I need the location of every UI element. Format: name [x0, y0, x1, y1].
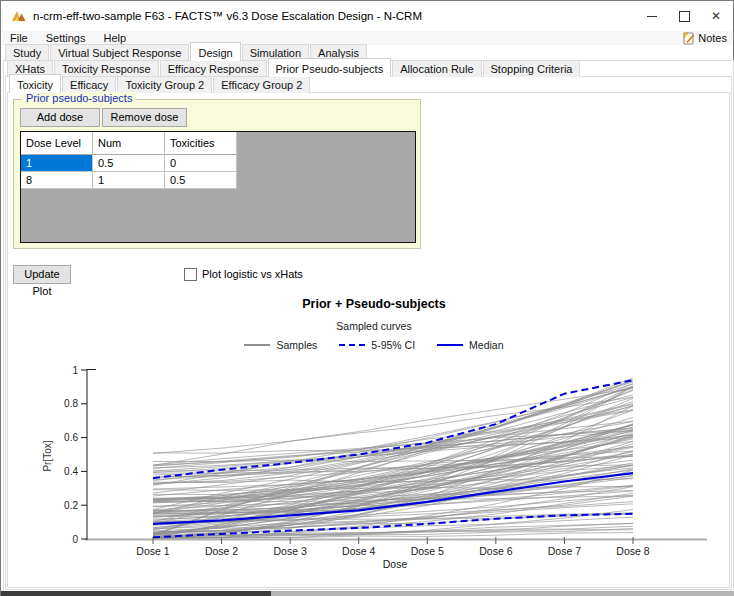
legend-label: 5-95% CI	[371, 339, 415, 351]
tab-study[interactable]: Study	[5, 44, 49, 61]
svg-text:0.2: 0.2	[64, 500, 78, 511]
menu-settings[interactable]: Settings	[37, 31, 95, 45]
menu-file[interactable]: File	[1, 31, 37, 45]
window-bottom-edge	[1, 591, 734, 596]
close-button[interactable]: ✕	[700, 2, 732, 30]
notes-label: Notes	[698, 32, 727, 44]
maximize-icon	[679, 11, 690, 22]
app-window: n-crm-eff-two-sample F63 - FACTS™ v6.3 D…	[0, 0, 734, 596]
tab-toxicity[interactable]: Toxicity	[9, 74, 61, 93]
tab-strip-design: XHatsToxicity ResponseEfficacy ResponseP…	[7, 60, 581, 77]
legend-item-samples: Samples	[244, 339, 317, 351]
menu-help[interactable]: Help	[94, 31, 135, 45]
plot-logistic-checkbox[interactable]	[184, 268, 197, 281]
legend-item-median: Median	[437, 339, 503, 351]
svg-text:0.8: 0.8	[64, 398, 78, 409]
plot-logistic-label: Plot logistic vs xHats	[202, 267, 303, 281]
prior-pseudo-subjects-plot: 00.20.40.60.81Pr[Tox]Dose 1Dose 2Dose 3D…	[1, 356, 734, 571]
svg-text:Dose 4: Dose 4	[342, 545, 375, 557]
notes-button[interactable]: Notes	[682, 31, 727, 45]
prior-pseudo-subjects-group: Prior pseudo-subjects Add dose Remove do…	[13, 99, 421, 249]
group-box-label: Prior pseudo-subjects	[22, 92, 136, 104]
legend-swatch	[339, 344, 365, 346]
minimize-button[interactable]	[636, 2, 668, 30]
tab-efficacy-response[interactable]: Efficacy Response	[160, 60, 267, 77]
update-plot-button[interactable]: Update Plot	[13, 265, 71, 284]
column-header-dose-level[interactable]: Dose Level	[21, 132, 93, 155]
svg-text:0.4: 0.4	[64, 466, 78, 477]
remove-dose-button[interactable]: Remove dose	[102, 108, 187, 127]
chart-title: Prior + Pseudo-subjects	[13, 297, 734, 311]
table-cell[interactable]: 0	[165, 155, 237, 172]
tab-prior-pseudo-subjects[interactable]: Prior Pseudo-subjects	[268, 58, 392, 77]
title-bar[interactable]: n-crm-eff-two-sample F63 - FACTS™ v6.3 D…	[1, 1, 733, 31]
svg-text:Pr[Tox]: Pr[Tox]	[42, 440, 53, 471]
tab-efficacy-group-2[interactable]: Efficacy Group 2	[213, 76, 310, 93]
chart-legend: Samples5-95% CIMedian	[13, 339, 734, 351]
legend-item-5-95-ci: 5-95% CI	[339, 339, 415, 351]
bottom-edge-light-segment	[271, 591, 734, 596]
table-cell[interactable]: 0.5	[165, 172, 237, 189]
table-cell[interactable]: 8	[21, 172, 93, 189]
column-header-toxicities[interactable]: Toxicities	[165, 132, 237, 155]
svg-text:Dose 5: Dose 5	[411, 545, 444, 557]
tab-allocation-rule[interactable]: Allocation Rule	[392, 60, 481, 77]
add-dose-button[interactable]: Add dose	[20, 108, 100, 127]
window-title: n-crm-eff-two-sample F63 - FACTS™ v6.3 D…	[33, 10, 422, 22]
app-icon	[11, 8, 27, 24]
legend-swatch	[437, 344, 463, 346]
svg-text:Dose 8: Dose 8	[616, 545, 649, 557]
table-row: 10.50	[21, 155, 415, 172]
maximize-button[interactable]	[668, 2, 700, 30]
svg-text:Dose 6: Dose 6	[479, 545, 512, 557]
table-cell[interactable]: 1	[93, 172, 165, 189]
svg-text:Dose: Dose	[383, 558, 408, 570]
legend-label: Samples	[276, 339, 317, 351]
svg-text:1: 1	[72, 365, 78, 376]
svg-text:0.6: 0.6	[64, 432, 78, 443]
svg-text:Dose 3: Dose 3	[273, 545, 306, 557]
tab-toxicity-response[interactable]: Toxicity Response	[54, 60, 159, 77]
column-header-num-subjects[interactable]: Num Subjects	[93, 132, 165, 155]
table-cell[interactable]: 0.5	[93, 155, 165, 172]
pseudo-subjects-table[interactable]: Dose LevelNum SubjectsToxicities10.50810…	[20, 131, 416, 243]
table-row: 810.5	[21, 172, 415, 189]
notes-icon	[682, 32, 695, 45]
legend-swatch	[244, 344, 270, 346]
table-cell[interactable]: 1	[21, 155, 93, 172]
minimize-icon	[647, 16, 657, 17]
legend-label: Median	[469, 339, 503, 351]
close-icon: ✕	[711, 9, 721, 23]
tab-design[interactable]: Design	[190, 42, 240, 61]
tab-virtual-subject-response[interactable]: Virtual Subject Response	[50, 44, 189, 61]
tab-strip-prior: ToxicityEfficacyToxicity Group 2Efficacy…	[9, 76, 311, 93]
svg-text:Dose 1: Dose 1	[136, 545, 169, 557]
chart-subtitle: Sampled curves	[13, 320, 734, 332]
menu-bar: File Settings Help Notes	[1, 31, 733, 45]
svg-text:Dose 2: Dose 2	[205, 545, 238, 557]
tab-efficacy[interactable]: Efficacy	[62, 76, 116, 93]
svg-text:Dose 7: Dose 7	[548, 545, 581, 557]
tab-toxicity-group-2[interactable]: Toxicity Group 2	[117, 76, 212, 93]
bottom-edge-dark-segment	[1, 591, 271, 596]
tab-stopping-criteria[interactable]: Stopping Criteria	[483, 60, 581, 77]
svg-text:0: 0	[72, 534, 78, 545]
